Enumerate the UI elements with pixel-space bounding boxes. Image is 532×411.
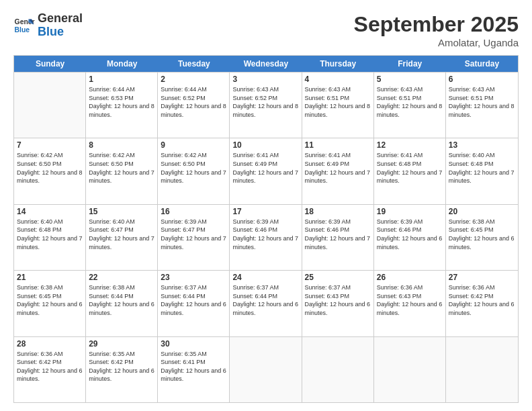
day-info: Sunrise: 6:38 AMSunset: 6:45 PMDaylight:… bbox=[449, 218, 515, 251]
table-row bbox=[14, 73, 86, 138]
day-number: 5 bbox=[377, 75, 443, 84]
page: General Blue General Blue September 2025… bbox=[0, 0, 532, 411]
day-info: Sunrise: 6:35 AMSunset: 6:42 PMDaylight:… bbox=[89, 350, 154, 383]
title-block: September 2025 Amolatar, Uganda bbox=[354, 12, 519, 48]
day-info: Sunrise: 6:38 AMSunset: 6:44 PMDaylight:… bbox=[89, 283, 154, 317]
day-number: 23 bbox=[161, 273, 226, 282]
day-number: 27 bbox=[449, 273, 515, 282]
day-info: Sunrise: 6:40 AMSunset: 6:48 PMDaylight:… bbox=[17, 218, 83, 251]
day-info: Sunrise: 6:40 AMSunset: 6:48 PMDaylight:… bbox=[449, 151, 515, 185]
week-row-3: 14 Sunrise: 6:40 AMSunset: 6:48 PMDaylig… bbox=[14, 204, 518, 270]
header-sunday: Sunday bbox=[14, 56, 86, 72]
day-number: 6 bbox=[449, 75, 515, 84]
day-info: Sunrise: 6:42 AMSunset: 6:50 PMDaylight:… bbox=[17, 151, 83, 185]
table-row: 4 Sunrise: 6:43 AMSunset: 6:51 PMDayligh… bbox=[302, 73, 374, 138]
header: General Blue General Blue September 2025… bbox=[13, 12, 519, 48]
calendar-header: Sunday Monday Tuesday Wednesday Thursday… bbox=[14, 56, 518, 72]
day-number: 19 bbox=[377, 207, 443, 216]
month-title: September 2025 bbox=[354, 12, 519, 37]
day-info: Sunrise: 6:41 AMSunset: 6:48 PMDaylight:… bbox=[377, 151, 443, 185]
day-info: Sunrise: 6:44 AMSunset: 6:53 PMDaylight:… bbox=[89, 85, 154, 119]
header-wednesday: Wednesday bbox=[230, 56, 302, 72]
table-row bbox=[374, 337, 446, 402]
table-row: 23 Sunrise: 6:37 AMSunset: 6:44 PMDaylig… bbox=[158, 271, 230, 336]
week-row-2: 7 Sunrise: 6:42 AMSunset: 6:50 PMDayligh… bbox=[14, 138, 518, 203]
table-row: 19 Sunrise: 6:39 AMSunset: 6:46 PMDaylig… bbox=[374, 205, 446, 270]
day-info: Sunrise: 6:43 AMSunset: 6:51 PMDaylight:… bbox=[449, 85, 515, 119]
table-row: 29 Sunrise: 6:35 AMSunset: 6:42 PMDaylig… bbox=[86, 337, 158, 402]
day-info: Sunrise: 6:36 AMSunset: 6:42 PMDaylight:… bbox=[449, 283, 515, 317]
day-info: Sunrise: 6:43 AMSunset: 6:52 PMDaylight:… bbox=[232, 85, 298, 119]
table-row: 9 Sunrise: 6:42 AMSunset: 6:50 PMDayligh… bbox=[158, 138, 230, 203]
day-number: 29 bbox=[89, 339, 154, 349]
table-row: 11 Sunrise: 6:41 AMSunset: 6:49 PMDaylig… bbox=[302, 138, 374, 203]
day-number: 9 bbox=[161, 140, 226, 150]
table-row: 12 Sunrise: 6:41 AMSunset: 6:48 PMDaylig… bbox=[374, 138, 446, 203]
day-info: Sunrise: 6:38 AMSunset: 6:45 PMDaylight:… bbox=[17, 283, 83, 317]
day-info: Sunrise: 6:41 AMSunset: 6:49 PMDaylight:… bbox=[305, 151, 371, 185]
week-row-4: 21 Sunrise: 6:38 AMSunset: 6:45 PMDaylig… bbox=[14, 270, 518, 336]
day-number: 20 bbox=[449, 207, 515, 216]
table-row bbox=[446, 337, 518, 402]
header-thursday: Thursday bbox=[302, 56, 374, 72]
table-row: 18 Sunrise: 6:39 AMSunset: 6:46 PMDaylig… bbox=[302, 205, 374, 270]
day-number: 14 bbox=[17, 207, 83, 216]
day-info: Sunrise: 6:40 AMSunset: 6:47 PMDaylight:… bbox=[89, 218, 154, 251]
location: Amolatar, Uganda bbox=[354, 37, 519, 48]
table-row: 5 Sunrise: 6:43 AMSunset: 6:51 PMDayligh… bbox=[374, 73, 446, 138]
calendar-body: 1 Sunrise: 6:44 AMSunset: 6:53 PMDayligh… bbox=[14, 72, 518, 402]
table-row: 20 Sunrise: 6:38 AMSunset: 6:45 PMDaylig… bbox=[446, 205, 518, 270]
day-info: Sunrise: 6:39 AMSunset: 6:46 PMDaylight:… bbox=[377, 218, 443, 251]
day-number: 8 bbox=[89, 140, 154, 150]
header-saturday: Saturday bbox=[446, 56, 518, 72]
table-row: 22 Sunrise: 6:38 AMSunset: 6:44 PMDaylig… bbox=[86, 271, 158, 336]
table-row bbox=[302, 337, 374, 402]
day-number: 11 bbox=[305, 140, 371, 150]
day-number: 25 bbox=[305, 273, 371, 282]
day-info: Sunrise: 6:36 AMSunset: 6:42 PMDaylight:… bbox=[17, 350, 83, 383]
day-info: Sunrise: 6:37 AMSunset: 6:44 PMDaylight:… bbox=[232, 283, 298, 317]
day-number: 18 bbox=[305, 207, 371, 216]
day-number: 22 bbox=[89, 273, 154, 282]
table-row: 7 Sunrise: 6:42 AMSunset: 6:50 PMDayligh… bbox=[14, 138, 86, 203]
table-row bbox=[230, 337, 302, 402]
table-row: 30 Sunrise: 6:35 AMSunset: 6:41 PMDaylig… bbox=[158, 337, 230, 402]
day-number: 4 bbox=[305, 75, 371, 84]
logo-icon: General Blue bbox=[13, 15, 35, 36]
day-info: Sunrise: 6:39 AMSunset: 6:46 PMDaylight:… bbox=[232, 218, 298, 251]
table-row: 28 Sunrise: 6:36 AMSunset: 6:42 PMDaylig… bbox=[14, 337, 86, 402]
logo: General Blue General Blue bbox=[13, 12, 83, 39]
header-friday: Friday bbox=[374, 56, 446, 72]
day-number: 16 bbox=[161, 207, 226, 216]
day-number: 17 bbox=[232, 207, 298, 216]
day-number: 26 bbox=[377, 273, 443, 282]
day-number: 1 bbox=[89, 75, 154, 84]
day-info: Sunrise: 6:39 AMSunset: 6:47 PMDaylight:… bbox=[161, 218, 226, 251]
day-number: 24 bbox=[232, 273, 298, 282]
day-info: Sunrise: 6:37 AMSunset: 6:44 PMDaylight:… bbox=[161, 283, 226, 317]
day-number: 3 bbox=[232, 75, 298, 84]
day-number: 21 bbox=[17, 273, 83, 282]
day-info: Sunrise: 6:42 AMSunset: 6:50 PMDaylight:… bbox=[161, 151, 226, 185]
header-monday: Monday bbox=[86, 56, 158, 72]
table-row: 25 Sunrise: 6:37 AMSunset: 6:43 PMDaylig… bbox=[302, 271, 374, 336]
day-info: Sunrise: 6:39 AMSunset: 6:46 PMDaylight:… bbox=[305, 218, 371, 251]
header-tuesday: Tuesday bbox=[158, 56, 230, 72]
table-row: 6 Sunrise: 6:43 AMSunset: 6:51 PMDayligh… bbox=[446, 73, 518, 138]
day-number: 2 bbox=[161, 75, 226, 84]
day-number: 13 bbox=[449, 140, 515, 150]
day-info: Sunrise: 6:42 AMSunset: 6:50 PMDaylight:… bbox=[89, 151, 154, 185]
week-row-1: 1 Sunrise: 6:44 AMSunset: 6:53 PMDayligh… bbox=[14, 72, 518, 138]
table-row: 3 Sunrise: 6:43 AMSunset: 6:52 PMDayligh… bbox=[230, 73, 302, 138]
table-row: 24 Sunrise: 6:37 AMSunset: 6:44 PMDaylig… bbox=[230, 271, 302, 336]
table-row: 17 Sunrise: 6:39 AMSunset: 6:46 PMDaylig… bbox=[230, 205, 302, 270]
day-number: 28 bbox=[17, 339, 83, 349]
day-number: 30 bbox=[161, 339, 226, 349]
week-row-5: 28 Sunrise: 6:36 AMSunset: 6:42 PMDaylig… bbox=[14, 336, 518, 402]
table-row: 26 Sunrise: 6:36 AMSunset: 6:43 PMDaylig… bbox=[374, 271, 446, 336]
day-number: 12 bbox=[377, 140, 443, 150]
calendar: Sunday Monday Tuesday Wednesday Thursday… bbox=[13, 55, 519, 403]
day-info: Sunrise: 6:36 AMSunset: 6:43 PMDaylight:… bbox=[377, 283, 443, 317]
svg-text:Blue: Blue bbox=[15, 26, 30, 33]
table-row: 15 Sunrise: 6:40 AMSunset: 6:47 PMDaylig… bbox=[86, 205, 158, 270]
